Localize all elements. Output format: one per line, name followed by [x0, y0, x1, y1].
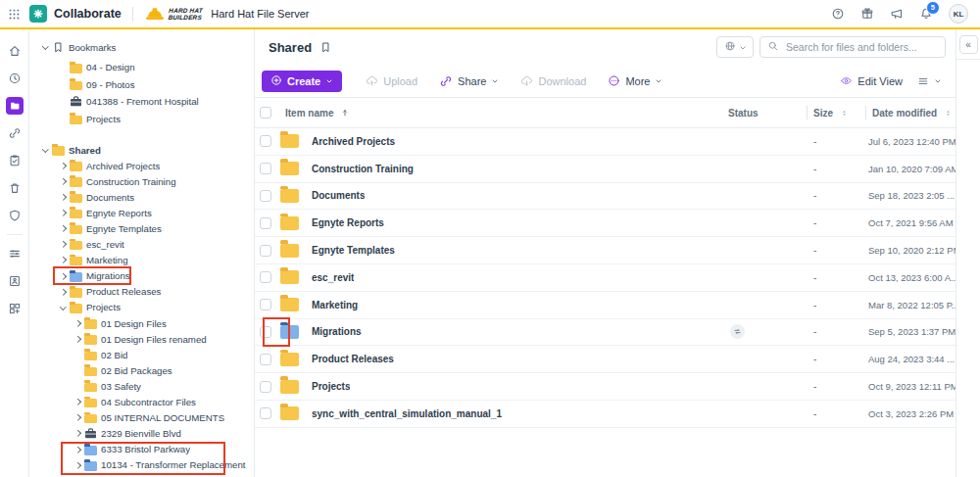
more-button[interactable]: More: [608, 74, 662, 87]
rail-sliders-icon[interactable]: [0, 240, 28, 267]
column-size[interactable]: Size: [813, 108, 833, 119]
chevron-right-icon[interactable]: [57, 211, 70, 215]
row-checkbox[interactable]: [260, 381, 271, 393]
column-status[interactable]: Status: [728, 108, 807, 119]
tree-item-2329-bienville-blvd[interactable]: 2329 Bienville Blvd: [29, 426, 254, 442]
row-checkbox[interactable]: [260, 326, 271, 338]
tree-item-migrations[interactable]: Migrations: [29, 268, 254, 284]
chevron-right-icon[interactable]: [57, 164, 70, 168]
rail-grid-plus-icon[interactable]: [0, 295, 28, 322]
table-row-marketing[interactable]: Marketing-Mar 8, 2022 12:05 P...: [255, 292, 956, 319]
tree-item-03-safety[interactable]: 03 Safety: [29, 378, 254, 394]
table-row-documents[interactable]: Documents-Sep 18, 2023 2:05 ...: [255, 183, 956, 211]
rail-link-icon[interactable]: [0, 119, 28, 147]
chevron-right-icon[interactable]: [57, 195, 70, 200]
table-row-egnyte-templates[interactable]: Egnyte Templates-Sep 10, 2020 2:12 PM: [255, 237, 956, 264]
megaphone-icon[interactable]: [890, 7, 904, 21]
search-scope-dropdown[interactable]: [716, 36, 754, 58]
gift-icon[interactable]: [860, 7, 874, 21]
help-icon[interactable]: [831, 7, 845, 21]
table-row-product-releases[interactable]: Product Releases-Aug 24, 2023 3:44 ...: [255, 346, 956, 373]
chevron-right-icon[interactable]: [57, 274, 70, 279]
table-row-esc-revit[interactable]: esc_revit-Oct 13, 2023 6:00 A...: [255, 264, 956, 292]
table-row-sync-with-central-simulation-manual-1[interactable]: sync_with_central_simulation_manual_1-Oc…: [255, 401, 956, 428]
bell-icon[interactable]: 5: [919, 7, 933, 21]
rail-trash-icon[interactable]: [0, 174, 28, 202]
tree-item-10134-transformer-replacement[interactable]: 10134 - Transformer Replacement: [29, 457, 254, 473]
chevron-right-icon[interactable]: [72, 448, 84, 453]
chevron-right-icon[interactable]: [72, 400, 84, 405]
share-button[interactable]: Share: [439, 74, 499, 88]
tree-item-02-bid[interactable]: 02 Bid: [29, 347, 254, 362]
table-row-projects[interactable]: Projects-Oct 9, 2023 12:11 PM: [255, 373, 956, 401]
chevron-right-icon[interactable]: [72, 321, 84, 326]
row-checkbox[interactable]: [260, 354, 271, 365]
tree-item-documents[interactable]: Documents: [29, 189, 254, 205]
bookmark-item-04-design[interactable]: 04 - Design: [29, 59, 254, 76]
create-button[interactable]: Create: [262, 71, 342, 92]
chevron-right-icon[interactable]: [57, 290, 70, 295]
tree-item-archived-projects[interactable]: Archived Projects: [29, 158, 254, 173]
table-row-construction-training[interactable]: Construction Training-Jan 10, 2020 7:09 …: [255, 156, 956, 183]
chevron-right-icon[interactable]: [72, 431, 84, 436]
tree-item-projects[interactable]: Projects: [29, 300, 254, 315]
rail-home-icon[interactable]: [0, 37, 28, 65]
app-launcher-grid-icon[interactable]: [8, 8, 21, 21]
tree-item-01-design-files-renamed[interactable]: 01 Design Files renamed: [29, 331, 254, 347]
row-checkbox[interactable]: [260, 190, 271, 202]
sort-ascending-icon[interactable]: [340, 108, 350, 118]
chevron-down-icon[interactable]: [39, 149, 52, 152]
tree-item-construction-training[interactable]: Construction Training: [29, 173, 254, 189]
bookmark-item-09-photos[interactable]: 09 - Photos: [29, 76, 254, 94]
row-checkbox[interactable]: [260, 407, 271, 419]
bookmark-icon[interactable]: [319, 41, 332, 54]
tree-item-6333-bristol-parkway[interactable]: 6333 Bristol Parkway: [29, 442, 254, 457]
tree-item-02-bid-packages[interactable]: 02 Bid Packages: [29, 362, 254, 378]
tree-item-05-internal-documents[interactable]: 05 INTERNAL DOCUMENTS: [29, 410, 254, 426]
tree-item-04-subcontractor-files[interactable]: 04 Subcontractor Files: [29, 395, 254, 410]
row-checkbox[interactable]: [260, 163, 271, 174]
sidebar-section-bookmarks[interactable]: Bookmarks: [29, 38, 254, 56]
row-checkbox[interactable]: [260, 245, 271, 257]
collapse-panel-button[interactable]: «: [959, 35, 978, 54]
download-button[interactable]: Download: [520, 74, 586, 87]
tree-item-01-design-files[interactable]: 01 Design Files: [29, 315, 254, 331]
tree-item-esc-revit[interactable]: esc_revit: [29, 237, 254, 253]
upload-button[interactable]: Upload: [366, 74, 417, 87]
table-row-archived-projects[interactable]: Archived Projects-Jul 6, 2023 12:40 PM: [255, 128, 956, 156]
rail-clock-icon[interactable]: [0, 65, 28, 92]
chevron-right-icon[interactable]: [72, 415, 84, 420]
chevron-right-icon[interactable]: [57, 242, 70, 247]
row-checkbox[interactable]: [260, 271, 271, 283]
bookmark-item-041388-fremont-hospital[interactable]: 041388 - Fremont Hospital: [29, 93, 254, 111]
view-switcher[interactable]: [917, 75, 942, 87]
tree-item-shared[interactable]: Shared: [29, 142, 254, 158]
sort-toggle-icon[interactable]: [840, 109, 849, 118]
table-row-egnyte-reports[interactable]: Egnyte Reports-Oct 7, 2021 9:56 AM: [255, 210, 956, 237]
rail-files-icon[interactable]: [0, 92, 28, 119]
column-date-modified[interactable]: Date modified: [872, 108, 937, 119]
row-checkbox[interactable]: [260, 299, 271, 310]
row-checkbox[interactable]: [260, 217, 271, 229]
chevron-right-icon[interactable]: [57, 179, 70, 184]
user-avatar[interactable]: KL: [949, 4, 968, 24]
tree-item-egnyte-templates[interactable]: Egnyte Templates: [29, 220, 254, 236]
select-all-checkbox[interactable]: [260, 107, 271, 119]
search-input[interactable]: [784, 40, 938, 54]
chevron-right-icon[interactable]: [72, 463, 84, 468]
bookmark-item-projects[interactable]: Projects: [29, 111, 254, 128]
rail-id-card-icon[interactable]: [0, 267, 28, 295]
chevron-down-icon[interactable]: [57, 307, 70, 310]
chevron-right-icon[interactable]: [57, 226, 70, 231]
tree-item-product-releases[interactable]: Product Releases: [29, 284, 254, 300]
chevron-right-icon[interactable]: [57, 258, 70, 262]
row-checkbox[interactable]: [260, 135, 271, 147]
tree-item-marketing[interactable]: Marketing: [29, 253, 254, 268]
rail-checklist-icon[interactable]: [0, 147, 28, 174]
edit-view-button[interactable]: Edit View: [840, 74, 903, 87]
chevron-right-icon[interactable]: [72, 337, 84, 342]
chevron-down-icon[interactable]: [39, 46, 52, 49]
table-row-migrations[interactable]: Migrations-Sep 5, 2023 1:37 PM: [255, 319, 956, 347]
tree-item-egnyte-reports[interactable]: Egnyte Reports: [29, 205, 254, 220]
sort-toggle-icon[interactable]: [944, 109, 953, 118]
